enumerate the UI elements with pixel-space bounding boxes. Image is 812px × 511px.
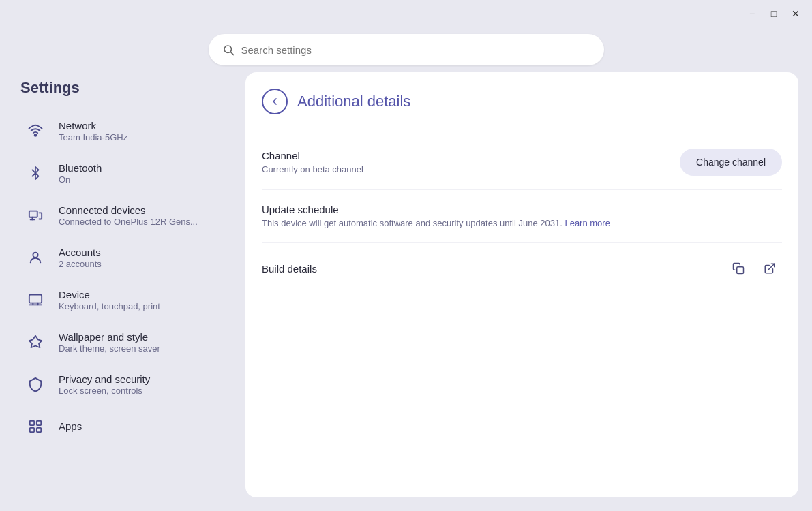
build-details-icons — [726, 256, 782, 281]
svg-rect-13 — [30, 428, 34, 432]
sidebar-item-connected-devices-text: Connected devices Connected to OnePlus 1… — [59, 204, 198, 227]
apps-icon — [23, 414, 48, 439]
close-button[interactable]: ✕ — [785, 4, 807, 23]
sidebar-item-bluetooth[interactable]: Bluetooth On — [14, 153, 232, 193]
channel-row: Channel Currently on beta channel Change… — [262, 135, 782, 190]
search-input[interactable] — [241, 44, 590, 56]
open-build-button[interactable] — [757, 256, 782, 281]
title-bar: − □ ✕ — [0, 0, 812, 27]
sidebar-item-accounts-text: Accounts 2 accounts — [59, 247, 102, 269]
svg-line-1 — [230, 52, 233, 55]
svg-rect-11 — [30, 421, 34, 425]
update-schedule-label: Update schedule — [262, 204, 610, 215]
svg-point-6 — [33, 253, 37, 258]
svg-rect-14 — [37, 428, 41, 432]
learn-more-link[interactable]: Learn more — [565, 218, 610, 228]
sidebar-item-wallpaper[interactable]: Wallpaper and style Dark theme, screen s… — [14, 322, 232, 362]
build-details-label: Build details — [262, 263, 317, 275]
wallpaper-icon — [23, 330, 48, 354]
page-header: Additional details — [262, 89, 782, 114]
sidebar-item-network-text: Network Team India-5GHz — [59, 120, 127, 142]
sidebar-item-privacy[interactable]: Privacy and security Lock screen, contro… — [14, 364, 232, 405]
minimize-button[interactable]: − — [741, 4, 763, 23]
svg-rect-7 — [29, 295, 42, 303]
channel-desc: Currently on beta channel — [262, 164, 363, 174]
sidebar-item-apps-text: Apps — [59, 420, 82, 433]
search-bar — [209, 34, 604, 65]
header — [0, 27, 812, 72]
svg-rect-15 — [737, 267, 744, 274]
sidebar-item-bluetooth-text: Bluetooth On — [59, 162, 102, 185]
update-schedule-row-left: Update schedule This device will get aut… — [262, 204, 610, 228]
device-icon — [23, 288, 48, 312]
svg-point-2 — [35, 134, 37, 136]
privacy-icon — [23, 372, 48, 397]
search-icon — [222, 44, 235, 56]
page-title: Additional details — [297, 93, 410, 110]
wifi-icon — [23, 119, 48, 143]
svg-rect-12 — [37, 421, 41, 425]
maximize-button[interactable]: □ — [763, 4, 785, 23]
build-details-row-left: Build details — [262, 263, 317, 275]
main-panel: Additional details Channel Currently on … — [245, 72, 798, 497]
build-details-row: Build details — [262, 243, 782, 294]
back-button[interactable] — [262, 89, 288, 114]
sidebar-item-network[interactable]: Network Team India-5GHz — [14, 110, 232, 151]
app-container: Settings Network Team India-5GHz — [0, 27, 812, 511]
sidebar-item-connected-devices[interactable]: Connected devices Connected to OnePlus 1… — [14, 195, 232, 236]
sidebar-item-accounts[interactable]: Accounts 2 accounts — [14, 237, 232, 278]
sidebar-item-privacy-text: Privacy and security Lock screen, contro… — [59, 373, 150, 396]
update-schedule-row: Update schedule This device will get aut… — [262, 190, 782, 243]
change-channel-button[interactable]: Change channel — [680, 149, 782, 176]
svg-line-16 — [769, 264, 775, 269]
sidebar-item-device[interactable]: Device Keyboard, touchpad, print — [14, 279, 232, 320]
sidebar-item-wallpaper-text: Wallpaper and style Dark theme, screen s… — [59, 331, 160, 354]
channel-label: Channel — [262, 150, 363, 161]
sidebar-title: Settings — [14, 79, 232, 110]
accounts-icon — [23, 245, 48, 270]
sidebar-item-device-text: Device Keyboard, touchpad, print — [59, 289, 160, 311]
update-schedule-desc: This device will get automatic software … — [262, 218, 610, 228]
bluetooth-icon — [23, 161, 48, 185]
svg-rect-3 — [29, 211, 37, 217]
sidebar-item-apps[interactable]: Apps — [14, 406, 232, 447]
copy-build-button[interactable] — [726, 256, 751, 281]
channel-row-left: Channel Currently on beta channel — [262, 150, 363, 174]
sidebar: Settings Network Team India-5GHz — [14, 72, 232, 497]
devices-icon — [23, 203, 48, 228]
content: Settings Network Team India-5GHz — [0, 72, 812, 511]
